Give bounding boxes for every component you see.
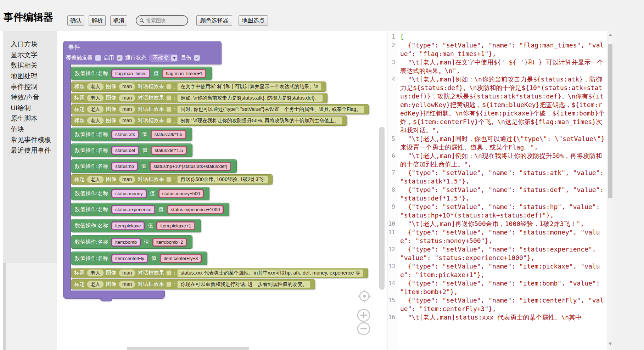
code-line[interactable]: 3 "\t[老人,man]在文字中使用${' ${ '}和 } 可以计算并显示一… [387,58,605,75]
dialog-text-block[interactable]: 标题 老人 图像 man 对话框效果 : 在文字中使用${' ${ '}和 } … [71,81,326,92]
dialog-text-field[interactable]: status:xxx 代表勇士的某个属性。\n其中xxx可取hp, atk, d… [177,269,363,277]
code-line[interactable]: 9 {"type": "setValue", "name": "status:h… [387,203,605,220]
dialog-text-block[interactable]: 标题 老人 图像 man 对话框效果 : status:xxx 代表勇士的某个属… [71,268,368,278]
dialog-text-block[interactable]: 标题 老人 图像 man 对话框效果 : 同时, 你也可以通过{"type": … [71,104,369,114]
sidebar-item[interactable]: 地图处理 [3,71,57,81]
dialog-text-block[interactable]: 标题 老人 图像 man 对话框效果 : 例如: \n你的当前攻击力是${sta… [71,93,327,103]
caption-field[interactable]: 老人 [87,106,104,113]
name-field[interactable]: flag:man_times [111,69,150,78]
override-trigger-checkbox[interactable] [95,55,101,61]
dialog-text-field[interactable]: 例如: \n现在我将让你的攻防提升50%, 再将攻防和的十倍加到生命值上。 [177,117,342,125]
sidebar-item[interactable]: 入口方块 [3,39,57,50]
dialog-effect-checkbox[interactable] [166,84,172,89]
sidebar-item[interactable]: 数据相关 [3,60,57,71]
code-line[interactable]: 11 {"type": "setValue", "name": "status:… [387,228,605,245]
code-scrollbar-thumb[interactable] [608,44,612,198]
code-line[interactable]: 2 {"type": "setValue", "name": "flag:man… [387,41,605,58]
confirm-button[interactable]: 确认 [67,15,84,26]
name-field[interactable]: status:experience [111,205,155,214]
map-pick-button[interactable]: 地图选点 [239,15,268,26]
blockly-workspace[interactable]: 事件 覆盖触发器 启用 通行状态 不改变 显伤 数值操作:名称 [57,31,387,350]
image-field[interactable]: man [119,281,135,288]
event-block-footer[interactable] [63,290,165,299]
dialog-effect-checkbox[interactable] [166,177,172,182]
name-field[interactable]: item:pickaxe [111,221,145,230]
setvalue-block[interactable]: 数值操作:名称 status:atk 值 status:atk*1.5 [71,128,192,141]
sidebar-item[interactable]: UI绘制 [3,103,57,113]
dialog-text-block[interactable]: 标题 老人 图像 man 对话框效果 : 你现在可以重新和我进行对话, 进一步看… [71,279,315,289]
sidebar-item[interactable]: 最近使用事件 [3,145,57,156]
code-line[interactable]: 14 {"type": "setValue", "name": "item:bo… [387,279,605,296]
setvalue-block[interactable]: 数值操作:名称 status:experience 值 status:exper… [71,203,229,216]
caption-field[interactable]: 老人 [87,281,104,288]
value-field[interactable]: item:pickaxe+1 [156,221,195,230]
zoom-in-button[interactable] [357,308,371,322]
code-editor[interactable]: 1 [ 2 {"type": "setValue", "name": "flag… [387,31,607,350]
value-field[interactable]: item:bomb+2 [152,238,187,247]
setvalue-block[interactable]: 数值操作:名称 status:hp 值 status:hp+10*(status… [71,159,237,173]
caption-field[interactable]: 老人 [87,83,104,90]
code-line[interactable]: 13 {"type": "setValue", "name": "item:pi… [387,262,605,279]
caption-field[interactable]: 老人 [87,269,104,277]
color-picker-button[interactable]: 颜色选择器 [196,15,232,26]
dialog-text-block[interactable]: 标题 老人 图像 man 对话框效果 : 再送你500金币, 1000经验, 1… [71,174,273,185]
value-field[interactable]: status:atk*1.5 [151,130,186,139]
code-line[interactable]: 15 {"type": "setValue", "name": "item:ce… [387,296,605,313]
code-line[interactable]: 12 {"type": "setValue", "name": "status:… [387,245,605,262]
sidebar-item[interactable]: 显示文字 [3,50,57,60]
dialog-effect-checkbox[interactable] [166,107,172,112]
value-field[interactable]: status:def*1.5 [151,146,187,155]
scroll-down-arrow-icon[interactable] [609,343,612,345]
zoom-reset-button[interactable] [357,289,371,303]
code-line[interactable]: 16 "\t[老人,man]status:xxx 代表勇士的某个属性。\n其中 [387,313,605,322]
value-field[interactable]: status:experience+1000 [167,205,224,214]
code-line[interactable]: 7 {"type": "setValue", "name": "status:a… [387,169,605,186]
value-field[interactable]: flag:man_times+1 [162,69,206,78]
name-field[interactable]: item:centerFly [111,254,148,263]
sidebar-item[interactable]: 值块 [3,124,57,135]
image-field[interactable]: man [119,117,135,124]
caption-field[interactable]: 老人 [87,176,104,183]
setvalue-block[interactable]: 数值操作:名称 item:pickaxe 值 item:pickaxe+1 [71,219,201,232]
search-box[interactable] [136,15,188,26]
code-line[interactable]: 6 "\t[老人,man]例如：\n现在我将让你的攻防提升50%，再将攻防和的十… [387,152,605,169]
code-line[interactable]: 8 {"type": "setValue", "name": "status:d… [387,186,605,203]
image-field[interactable]: man [119,83,135,90]
cancel-button[interactable]: 取消 [110,15,127,26]
image-field[interactable]: man [119,269,135,277]
sidebar-item[interactable]: 事件控制 [3,81,57,92]
sidebar-item[interactable]: 常见事件模板 [3,135,57,145]
value-field[interactable]: status:money+500 [158,189,204,198]
dialog-text-field[interactable]: 同时, 你也可以通过{"type": "setValue"}来设置一个勇士的属性… [177,106,364,113]
dialog-text-block[interactable]: 标题 老人 图像 man 对话框效果 : 例如: \n现在我将让你的攻防提升50… [71,115,347,126]
code-line[interactable]: 5 "\t[老人,man]同时，你也可以通过{\"type\": \"setVa… [387,135,605,152]
dialog-effect-checkbox[interactable] [166,95,172,101]
dialog-text-field[interactable]: 你现在可以重新和我进行对话, 进一步看到属性值的改变。 [177,281,310,288]
zoom-out-button[interactable] [357,322,371,336]
damage-checkbox[interactable] [194,55,200,61]
event-block-header[interactable]: 事件 覆盖触发器 启用 通行状态 不改变 显伤 [63,41,222,64]
name-field[interactable]: item:bomb [111,238,141,247]
dialog-text-field[interactable]: 再送你500金币, 1000经验, 1破2炸3飞! [177,176,268,184]
parse-button[interactable]: 解析 [89,15,106,26]
caption-field[interactable]: 老人 [87,117,104,124]
value-field[interactable]: item:centerFly+3 [160,254,202,263]
sidebar-item[interactable]: 原生脚本 [3,113,57,124]
event-block-spine[interactable] [63,64,71,291]
setvalue-block[interactable]: 数值操作:名称 item:bomb 值 item:bomb+2 [71,235,192,249]
caption-field[interactable]: 老人 [87,94,104,102]
setvalue-block[interactable]: 数值操作:名称 status:money 值 status:money+500 [71,187,209,200]
sidebar-item[interactable]: 特效/声音 [3,92,57,103]
name-field[interactable]: status:hp [111,162,138,171]
image-field[interactable]: man [119,106,135,113]
image-field[interactable]: man [119,94,135,102]
code-line[interactable]: 4 "\t[老人,man]例如：\n你的当前攻击力是${status:atk}，… [387,75,605,135]
dialog-effect-checkbox[interactable] [166,270,172,276]
name-field[interactable]: status:def [111,146,139,155]
dialog-text-field[interactable]: 例如: \n你的当前攻击力是${status:atk}, 防御力是${statu… [177,94,323,102]
setvalue-block[interactable]: 数值操作:名称 status:def 值 status:def*1.5 [71,143,192,157]
image-field[interactable]: man [119,176,135,183]
workspace-horizontal-scrollbar[interactable] [127,347,249,350]
code-line[interactable]: 1 [ [387,33,605,41]
dialog-text-field[interactable]: 在文字中使用${' ${ '}和 } 可以计算并显示一个表达式的结果。\n [177,83,321,91]
